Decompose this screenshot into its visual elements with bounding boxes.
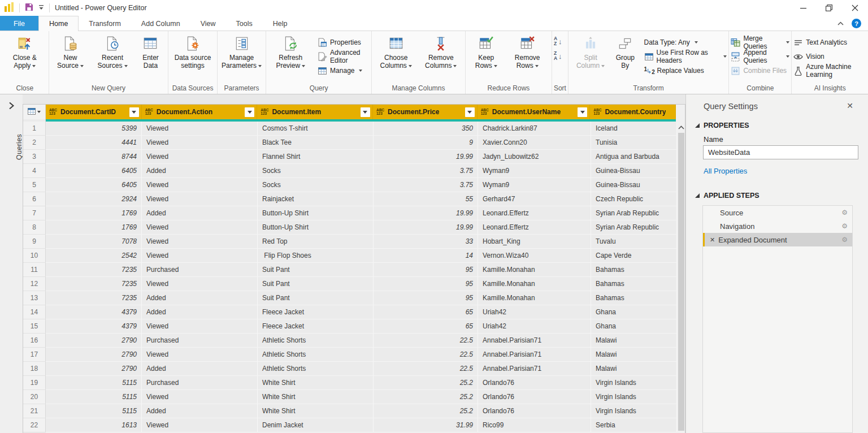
cell-document.country[interactable]: Syrian Arab Republic	[591, 206, 677, 220]
append-queries-button[interactable]: Append Queries	[731, 51, 789, 62]
cell-document.username[interactable]: Gerhard47	[478, 192, 591, 206]
cell-document.cartid[interactable]: 4379	[46, 319, 142, 334]
row-number[interactable]: 11	[23, 263, 46, 277]
cell-document.country[interactable]: Antigua and Barbuda	[591, 150, 677, 164]
cell-document.cartid[interactable]: 2790	[46, 362, 142, 376]
cell-document.price[interactable]: 25.2	[374, 390, 478, 404]
cell-document.username[interactable]: Uriah42	[478, 305, 591, 319]
applied-step-source[interactable]: Source⚙	[703, 206, 852, 219]
cell-document.action[interactable]: Added	[142, 362, 258, 376]
cell-document.username[interactable]: Vernon.Wiza40	[478, 249, 591, 263]
row-number[interactable]: 21	[23, 404, 46, 418]
row-number[interactable]: 17	[23, 348, 46, 362]
cell-document.username[interactable]: Orlando76	[478, 390, 591, 404]
cell-document.cartid[interactable]: 1613	[46, 418, 142, 432]
cell-document.price[interactable]: 25.2	[374, 376, 478, 390]
cell-document.cartid[interactable]: 2790	[46, 334, 142, 348]
cell-document.price[interactable]: 65	[374, 305, 478, 319]
cell-document.action[interactable]: Added	[142, 164, 258, 178]
cell-document.action[interactable]: Viewed	[142, 150, 258, 164]
vertical-scrollbar[interactable]	[677, 122, 685, 433]
filter-dropdown-icon[interactable]	[578, 107, 587, 117]
cell-document.country[interactable]: Syrian Arab Republic	[591, 220, 677, 235]
cell-document.country[interactable]: Virgin Islands	[591, 376, 677, 390]
step-settings-gear-icon[interactable]: ⚙	[841, 236, 848, 244]
combine-files-button[interactable]: Combine Files	[731, 66, 789, 76]
row-number[interactable]: 12	[23, 277, 46, 291]
advanced-editor-button[interactable]: Advanced Editor	[318, 51, 370, 62]
cell-document.cartid[interactable]: 7235	[46, 291, 142, 305]
cell-document.action[interactable]: Viewed	[142, 220, 258, 235]
cell-document.cartid[interactable]: 2790	[46, 348, 142, 362]
recent-sources-button[interactable]: Recent Sources	[90, 34, 134, 70]
cell-document.cartid[interactable]: 5115	[46, 404, 142, 418]
cell-document.cartid[interactable]: 2924	[46, 192, 142, 206]
replace-values-button[interactable]: 1↳2 Replace Values	[644, 66, 727, 76]
cell-document.price[interactable]: 95	[374, 291, 478, 305]
cell-document.username[interactable]: Annabel.Parisian71	[478, 334, 591, 348]
cell-document.username[interactable]: Annabel.Parisian71	[478, 362, 591, 376]
applied-step-expanded-document[interactable]: ✕Expanded Document⚙	[703, 233, 852, 246]
remove-columns-button[interactable]: Remove Columns	[418, 34, 463, 70]
cell-document.country[interactable]: Virgin Islands	[591, 390, 677, 404]
sort-ascending-button[interactable]: AZ ↓	[554, 36, 562, 46]
tab-file[interactable]: File	[0, 16, 38, 31]
cell-document.country[interactable]: Malawi	[591, 348, 677, 362]
refresh-preview-button[interactable]: Refresh Preview	[268, 34, 313, 70]
cell-document.cartid[interactable]: 5115	[46, 390, 142, 404]
tab-add-column[interactable]: Add Column	[131, 16, 190, 31]
save-icon[interactable]	[25, 3, 33, 13]
cell-document.action[interactable]: Added	[142, 404, 258, 418]
row-number[interactable]: 7	[23, 206, 46, 220]
cell-document.cartid[interactable]: 6405	[46, 164, 142, 178]
cell-document.item[interactable]: Flannel Shirt	[258, 150, 374, 164]
row-number[interactable]: 10	[23, 249, 46, 263]
row-number[interactable]: 6	[23, 192, 46, 206]
cell-document.username[interactable]: Wyman9	[478, 178, 591, 192]
cell-document.item[interactable]: Athletic Shorts	[258, 348, 374, 362]
azure-machine-learning-button[interactable]: Azure Machine Learning	[793, 66, 866, 76]
row-number[interactable]: 22	[23, 418, 46, 432]
cell-document.item[interactable]: Cosmos T-shirt	[258, 122, 374, 136]
cell-document.action[interactable]: Added	[142, 291, 258, 305]
cell-document.country[interactable]: Serbia	[591, 418, 677, 432]
cell-document.price[interactable]: 55	[374, 192, 478, 206]
filter-dropdown-icon[interactable]	[361, 107, 370, 117]
column-header-document.item[interactable]: ABC123Document.Item	[257, 105, 373, 119]
row-number[interactable]: 4	[23, 164, 46, 178]
data-type-button[interactable]: Data Type: Any	[644, 37, 727, 47]
cell-document.action[interactable]: Viewed	[142, 122, 258, 136]
tab-view[interactable]: View	[190, 16, 226, 31]
cell-document.username[interactable]: Leonard.Effertz	[478, 206, 591, 220]
cell-document.action[interactable]: Viewed	[142, 319, 258, 334]
cell-document.country[interactable]: Guinea-Bissau	[591, 164, 677, 178]
cell-document.item[interactable]: White Shirt	[258, 390, 374, 404]
applied-step-navigation[interactable]: Navigation⚙	[703, 219, 852, 233]
row-number[interactable]: 3	[23, 150, 46, 164]
row-number[interactable]: 20	[23, 390, 46, 404]
column-header-document.username[interactable]: ABC123Document.UserName	[478, 105, 591, 119]
properties-button[interactable]: Properties	[318, 37, 370, 47]
enter-data-button[interactable]: Enter Data	[135, 34, 167, 70]
applied-steps-section-header[interactable]: APPLIED STEPS	[695, 192, 760, 200]
cell-document.cartid[interactable]: 8744	[46, 150, 142, 164]
group-by-button[interactable]: Group By	[611, 34, 639, 70]
cell-document.username[interactable]: Chadrick.Larkin87	[478, 122, 591, 136]
sort-descending-button[interactable]: ZA ↓	[554, 51, 562, 61]
tab-tools[interactable]: Tools	[226, 16, 263, 31]
cell-document.username[interactable]: Hobart_King	[478, 235, 591, 249]
cell-document.username[interactable]: Orlando76	[478, 376, 591, 390]
step-settings-gear-icon[interactable]: ⚙	[841, 209, 848, 216]
choose-columns-button[interactable]: Choose Columns	[374, 34, 419, 70]
cell-document.country[interactable]: Bahamas	[591, 291, 677, 305]
filter-dropdown-icon[interactable]	[129, 107, 139, 117]
cell-document.item[interactable]: Socks	[258, 164, 374, 178]
cell-document.price[interactable]: 33	[374, 235, 478, 249]
cell-document.price[interactable]: 19.99	[374, 220, 478, 235]
row-number[interactable]: 5	[23, 178, 46, 192]
close-panel-icon[interactable]: ✕	[847, 101, 853, 110]
filter-dropdown-icon[interactable]	[465, 107, 475, 117]
step-settings-gear-icon[interactable]: ⚙	[841, 222, 848, 230]
minimize-button[interactable]	[790, 0, 816, 16]
cell-document.price[interactable]: 31.99	[374, 418, 478, 432]
